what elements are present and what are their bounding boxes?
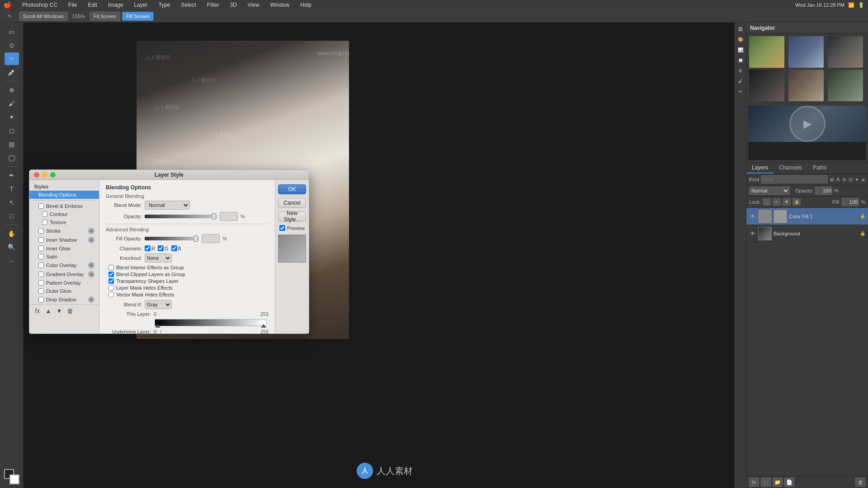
lock-all-btn[interactable]: 🔒 <box>793 198 801 206</box>
crop-tool[interactable]: ✂ <box>5 52 19 65</box>
shape-tool[interactable]: □ <box>5 210 19 222</box>
color-overlay-add[interactable]: + <box>88 262 94 268</box>
mini-icon-br2[interactable]: ✏ <box>736 87 745 96</box>
menu-layer[interactable]: Layer <box>132 2 149 8</box>
background-color[interactable] <box>9 474 19 484</box>
style-gradient-overlay[interactable]: Gradient Overlay + <box>29 270 99 279</box>
hand-tool[interactable]: ✋ <box>5 227 19 240</box>
menu-view[interactable]: View <box>246 2 261 8</box>
contour-checkbox[interactable] <box>42 211 47 217</box>
this-layer-slider[interactable] <box>155 319 267 326</box>
knockout-select[interactable]: None <box>145 253 172 263</box>
style-outer-glow[interactable]: Outer Glow <box>29 287 99 295</box>
add-layer-style-btn[interactable]: fx <box>749 478 759 487</box>
gradient-tool[interactable]: ▤ <box>5 138 19 150</box>
style-pattern-overlay[interactable]: Pattern Overlay <box>29 279 99 287</box>
drop-shadow-checkbox[interactable] <box>38 297 44 302</box>
ok-button[interactable]: OK <box>278 184 306 194</box>
move-tool-btn[interactable]: ↖ <box>3 10 17 23</box>
gradient-overlay-add[interactable]: + <box>88 271 94 277</box>
layers-search[interactable] <box>761 175 828 183</box>
down-btn[interactable]: ▼ <box>55 306 64 315</box>
style-texture[interactable]: Texture <box>29 218 99 226</box>
eraser-tool[interactable]: ◻ <box>5 124 19 137</box>
stroke-add[interactable]: + <box>88 228 94 234</box>
minimize-dot[interactable] <box>42 172 47 178</box>
menu-file[interactable]: File <box>66 2 79 8</box>
opacity-input[interactable]: 100 <box>220 212 238 221</box>
opacity-slider-track[interactable] <box>145 215 217 218</box>
fill-value[interactable] <box>842 198 859 206</box>
lock-transparent-btn[interactable]: ⬚ <box>763 198 771 206</box>
opacity-slider-thumb[interactable] <box>212 213 216 220</box>
menu-3d[interactable]: 3D <box>228 2 239 8</box>
style-color-overlay[interactable]: Color Overlay + <box>29 261 99 270</box>
tab-paths[interactable]: Paths <box>807 163 832 174</box>
fx-btn[interactable]: fx <box>33 306 42 315</box>
inner-glow-checkbox[interactable] <box>38 246 44 251</box>
channel-b-check[interactable] <box>171 245 177 251</box>
fill-opacity-slider[interactable] <box>145 237 199 240</box>
nav-thumb-3[interactable] <box>828 36 863 68</box>
menu-help[interactable]: Help <box>298 2 313 8</box>
drop-shadow-add[interactable]: + <box>88 296 94 303</box>
new-layer-btn[interactable]: 📄 <box>784 478 794 487</box>
channel-g-check[interactable] <box>158 245 164 251</box>
layer-blend-mode[interactable]: Normal <box>749 187 790 195</box>
style-inner-glow[interactable]: Inner Glow <box>29 244 99 253</box>
this-layer-thumb-left[interactable] <box>155 324 160 328</box>
mini-icon-ad[interactable]: 🎨 <box>736 35 745 44</box>
tab-layers[interactable]: Layers <box>746 163 774 174</box>
bevel-checkbox[interactable] <box>38 203 44 209</box>
tab-channels[interactable]: Channels <box>774 163 807 174</box>
nav-thumb-4[interactable] <box>749 70 784 101</box>
satin-checkbox[interactable] <box>38 254 44 259</box>
blend-interior-cb[interactable] <box>108 265 114 270</box>
vector-mask-hides-cb[interactable] <box>108 292 114 297</box>
menu-window[interactable]: Window <box>269 2 292 8</box>
layer-visibility-colorfill[interactable]: 👁 <box>749 213 756 220</box>
layer-item-background[interactable]: 👁 Background 🔒 <box>746 225 868 242</box>
outer-glow-checkbox[interactable] <box>38 288 44 294</box>
apple-menu[interactable]: 🍎 <box>4 1 11 9</box>
brush-tool[interactable]: 🖌 <box>5 97 19 110</box>
healing-brush-tool[interactable]: ⊕ <box>5 84 19 96</box>
texture-checkbox[interactable] <box>42 220 47 225</box>
preview-checkbox[interactable] <box>279 225 285 231</box>
opacity-value[interactable] <box>815 187 832 195</box>
lock-position-btn[interactable]: ✚ <box>783 198 791 206</box>
color-overlay-checkbox[interactable] <box>38 263 44 268</box>
blend-mode-select[interactable]: Normal <box>145 201 190 210</box>
mini-icon-hi[interactable]: 🖼 <box>736 24 745 33</box>
layer-item-colorfill[interactable]: 👁 Color Fill 1 🔒 <box>746 208 868 225</box>
filter-attr-icon[interactable]: ✦ <box>854 175 859 183</box>
inner-shadow-checkbox[interactable] <box>38 237 44 243</box>
fill-screen-btn[interactable]: Fill Screen <box>122 12 154 21</box>
blend-if-select[interactable]: Gray <box>145 300 172 309</box>
layer-mask-hides-cb[interactable] <box>108 285 114 291</box>
style-contour[interactable]: Contour <box>29 210 99 218</box>
fill-opacity-input[interactable]: 100 <box>202 234 220 243</box>
scroll-all-btn[interactable]: Scroll All Windows <box>19 12 68 21</box>
filter-toggle[interactable]: ◉ <box>861 175 865 183</box>
maximize-dot[interactable] <box>50 172 56 178</box>
mini-icon-br1[interactable]: 🖌 <box>736 76 745 85</box>
zoom-tool[interactable]: 🔍 <box>5 241 19 253</box>
pen-tool[interactable]: ✒ <box>5 169 19 182</box>
cancel-button[interactable]: Cancel <box>278 198 306 208</box>
filter-type-icon[interactable]: ⊞ <box>830 175 834 183</box>
style-blending-options[interactable]: Blending Options <box>29 191 99 199</box>
transparency-shapes-cb[interactable] <box>108 278 114 284</box>
pattern-overlay-checkbox[interactable] <box>38 280 44 286</box>
delete-layer-btn[interactable]: 🗑 <box>855 478 865 487</box>
inner-shadow-add[interactable]: + <box>88 237 94 243</box>
gradient-overlay-checkbox[interactable] <box>38 272 44 277</box>
mini-icon-hist[interactable]: 📊 <box>736 45 745 54</box>
menu-image[interactable]: Image <box>106 2 125 8</box>
nav-thumb-1[interactable] <box>749 36 784 68</box>
filter-name-icon[interactable]: A <box>836 175 840 183</box>
add-mask-btn[interactable]: ⬚ <box>761 478 771 487</box>
clone-stamp-tool[interactable]: ✦ <box>5 111 19 123</box>
mini-icon-pr[interactable]: ⚙ <box>736 66 745 75</box>
menu-edit[interactable]: Edit <box>86 2 99 8</box>
